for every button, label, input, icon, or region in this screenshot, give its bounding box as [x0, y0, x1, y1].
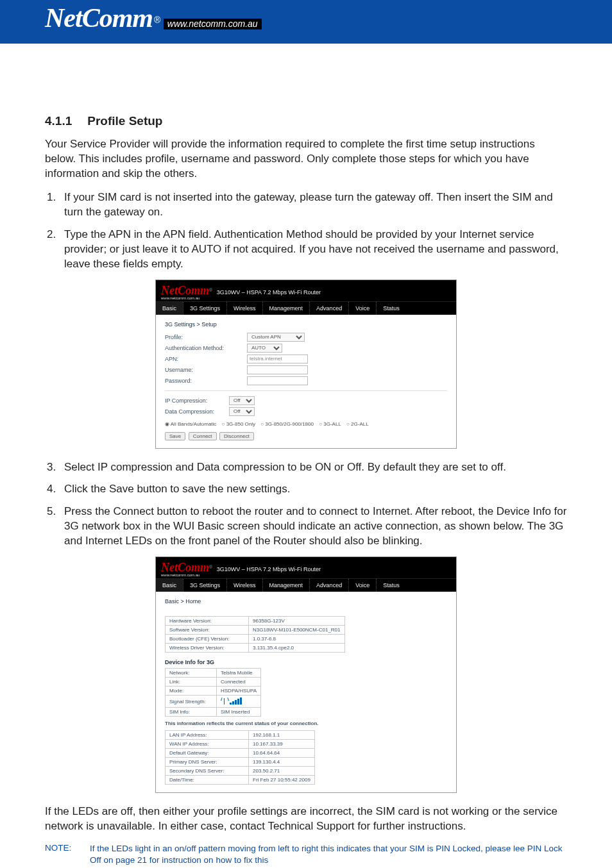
section-title: Profile Setup: [87, 114, 162, 128]
tab-management[interactable]: Management: [262, 302, 310, 315]
auth-select[interactable]: AUTO: [247, 344, 282, 353]
shot-title: 3G10WV – HSPA 7.2 Mbps Wi-Fi Router: [217, 289, 321, 296]
profile-select[interactable]: Custom APN: [247, 333, 305, 342]
password-label: Password:: [165, 378, 247, 384]
page-content: 4.1.1Profile Setup Your Service Provider…: [0, 44, 612, 868]
shot-panel: Basic > Home Hardware Version:96358G-123…: [156, 592, 456, 792]
tab-advanced[interactable]: Advanced: [309, 302, 348, 315]
note-text: If the LEDs light in an on/off pattern m…: [90, 843, 567, 866]
table-row: LAN IP Address:192.168.1.1: [166, 731, 315, 740]
ipcomp-label: IP Compression:: [165, 397, 229, 404]
table-row: Default Gateway:10.64.64.64: [166, 749, 315, 758]
tab-basic[interactable]: Basic: [156, 302, 183, 315]
table-row: SIM Info:SIM Inserted: [166, 708, 261, 717]
ipcomp-select[interactable]: Off: [229, 396, 255, 405]
tab-wireless[interactable]: Wireless: [226, 579, 262, 592]
breadcrumb: Basic > Home: [165, 598, 447, 605]
tab-3g-settings[interactable]: 3G Settings: [183, 579, 226, 592]
band-radios: ◉ All Bands/Automatic ○ 3G-850 Only ○ 3G…: [165, 421, 447, 427]
steps-list-b: Select IP compression and Data compressi…: [45, 460, 567, 549]
screenshot-basic-home: NetComm® 3G10WV – HSPA 7.2 Mbps Wi-Fi Ro…: [155, 556, 457, 793]
connection-note: This information reflects the current st…: [165, 721, 447, 726]
device-info-heading: Device Info for 3G: [165, 659, 447, 665]
brand-logo: NetComm® www.netcomm.com.au: [45, 3, 262, 33]
table-row: WAN IP Address:10.167.33.39: [166, 740, 315, 749]
disconnect-button[interactable]: Disconnect: [219, 432, 254, 440]
header-bar: NetComm® www.netcomm.com.au: [0, 0, 612, 44]
shot-title: 3G10WV – HSPA 7.2 Mbps Wi-Fi Router: [217, 566, 321, 572]
radio-3g-all[interactable]: ○ 3G-ALL: [319, 421, 341, 427]
table-row: Bootloader (CFE) Version:1.0.37-6.8: [166, 635, 345, 644]
apn-label: APN:: [165, 356, 247, 362]
tab-advanced[interactable]: Advanced: [309, 579, 348, 592]
radio-3g-850-2g[interactable]: ○ 3G-850/2G-900/1800: [260, 421, 314, 427]
brand-name: NetComm: [45, 3, 153, 33]
table-row: Wireless Driver Version:3.131.35.4.cpe2.…: [166, 644, 345, 653]
radio-2g-all[interactable]: ○ 2G-ALL: [346, 421, 369, 427]
screenshot-3g-settings: NetComm® 3G10WV – HSPA 7.2 Mbps Wi-Fi Ro…: [155, 280, 457, 449]
radio-all-bands[interactable]: ◉ All Bands/Automatic: [165, 421, 216, 427]
step-item: Press the Connect button to reboot the r…: [59, 505, 567, 549]
tab-basic[interactable]: Basic: [156, 579, 183, 592]
tab-3g-settings[interactable]: 3G Settings: [183, 302, 226, 315]
shot-panel: 3G Settings > Setup Profile:Custom APN A…: [156, 315, 456, 448]
table-row: Date/Time:Fri Feb 27 10:55:42 2009: [166, 776, 315, 785]
apn-input[interactable]: [247, 355, 308, 363]
shot-brand: NetComm: [161, 284, 209, 297]
section-number: 4.1.1: [45, 114, 72, 128]
brand-url: www.netcomm.com.au: [164, 19, 262, 29]
radio-3g-850[interactable]: ○ 3G-850 Only: [222, 421, 255, 427]
save-button[interactable]: Save: [165, 432, 185, 440]
password-input[interactable]: [247, 376, 308, 385]
hw-table: Hardware Version:96358G-123V Software Ve…: [165, 616, 345, 653]
datacomp-select[interactable]: Off: [229, 407, 255, 416]
auth-label: Authentication Method:: [165, 345, 247, 351]
note-block: NOTE: If the LEDs light in an on/off pat…: [45, 843, 567, 866]
table-row: Hardware Version:96358G-123V: [166, 617, 345, 626]
step-item: If your SIM card is not inserted into th…: [59, 190, 567, 220]
tab-management[interactable]: Management: [262, 579, 310, 592]
profile-label: Profile:: [165, 334, 247, 340]
tab-status[interactable]: Status: [376, 579, 406, 592]
device-table: Network:Telstra Mobile Link:Connected Mo…: [165, 668, 261, 717]
shot-brand: NetComm: [161, 561, 209, 574]
shot-header: NetComm® 3G10WV – HSPA 7.2 Mbps Wi-Fi Ro…: [156, 280, 456, 301]
shot-tabbar: Basic 3G Settings Wireless Management Ad…: [156, 301, 456, 315]
step-item: Click the Save button to save the new se…: [59, 482, 567, 497]
steps-list-a: If your SIM card is not inserted into th…: [45, 190, 567, 272]
shot-tabbar: Basic 3G Settings Wireless Management Ad…: [156, 578, 456, 592]
tab-voice[interactable]: Voice: [348, 579, 376, 592]
section-heading: 4.1.1Profile Setup: [45, 114, 567, 128]
note-label: NOTE:: [45, 843, 90, 866]
connection-table: LAN IP Address:192.168.1.1 WAN IP Addres…: [165, 730, 315, 785]
username-label: Username:: [165, 367, 247, 373]
table-row: Link:Connected: [166, 678, 261, 687]
tab-wireless[interactable]: Wireless: [226, 302, 262, 315]
table-row: Network:Telstra Mobile: [166, 669, 261, 678]
tab-voice[interactable]: Voice: [348, 302, 376, 315]
outro-paragraph: If the LEDs are off, then either your pr…: [45, 805, 567, 834]
registered-mark: ®: [154, 15, 160, 25]
signal-strength-icon: [217, 696, 261, 708]
step-item: Type the APN in the APN field. Authentic…: [59, 228, 567, 272]
intro-paragraph: Your Service Provider will provide the i…: [45, 137, 567, 181]
shot-header: NetComm® 3G10WV – HSPA 7.2 Mbps Wi-Fi Ro…: [156, 557, 456, 578]
table-row: Primary DNS Server:139.130.4.4: [166, 758, 315, 767]
step-item: Select IP compression and Data compressi…: [59, 460, 567, 475]
table-row: Mode:HSDPA/HSUPA: [166, 687, 261, 696]
username-input[interactable]: [247, 365, 308, 374]
table-row: Signal Strength:: [166, 696, 261, 708]
connect-button[interactable]: Connect: [189, 432, 217, 440]
table-row: Software Version:N3G18WV-M101-E500NCM-C0…: [166, 626, 345, 635]
table-row: Secondary DNS Server:203.50.2.71: [166, 767, 315, 776]
datacomp-label: Data Compression:: [165, 408, 229, 415]
tab-status[interactable]: Status: [376, 302, 406, 315]
breadcrumb: 3G Settings > Setup: [165, 321, 447, 328]
